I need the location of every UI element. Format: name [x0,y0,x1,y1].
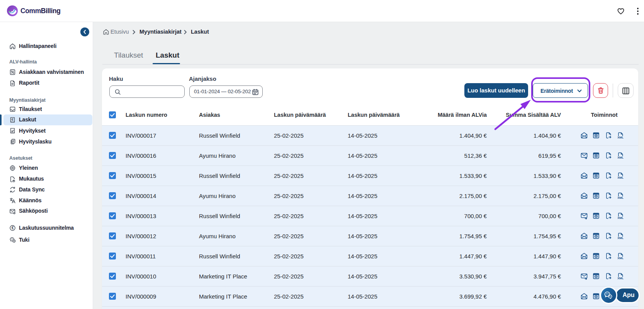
svg-text:XML: XML [617,156,624,159]
svg-text:XML: XML [617,176,624,179]
svg-text:€: € [12,117,14,121]
svg-text:XML: XML [617,256,624,260]
svg-text:XML: XML [617,136,624,139]
svg-text:XML: XML [617,196,624,200]
svg-text:XML: XML [617,236,624,240]
svg-text:XML: XML [617,216,624,220]
svg-text:€: € [12,226,14,230]
svg-text:XML: XML [617,277,624,280]
